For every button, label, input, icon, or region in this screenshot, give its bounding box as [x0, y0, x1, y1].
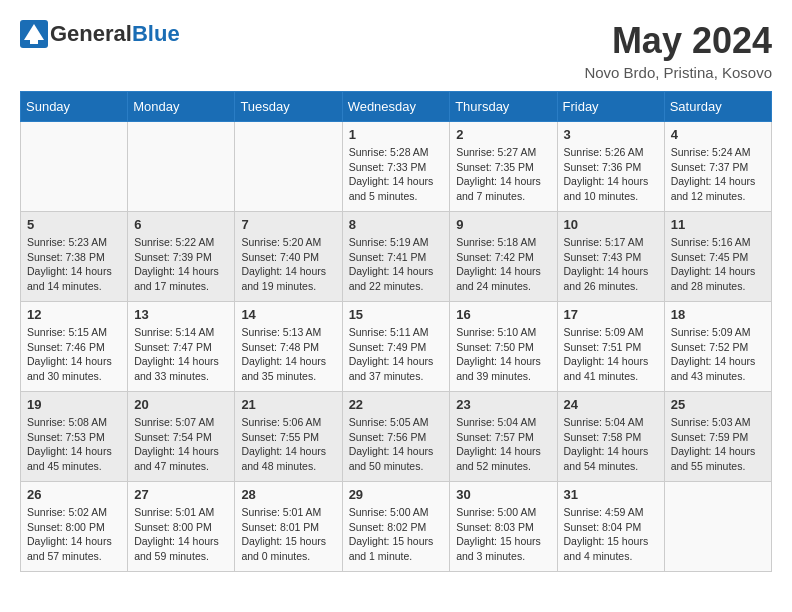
- calendar-cell: [128, 122, 235, 212]
- day-number: 24: [564, 397, 658, 412]
- day-number: 15: [349, 307, 444, 322]
- day-info: Sunrise: 5:15 AM Sunset: 7:46 PM Dayligh…: [27, 325, 121, 384]
- calendar-cell: 22Sunrise: 5:05 AM Sunset: 7:56 PM Dayli…: [342, 392, 450, 482]
- calendar-cell: 21Sunrise: 5:06 AM Sunset: 7:55 PM Dayli…: [235, 392, 342, 482]
- day-number: 2: [456, 127, 550, 142]
- day-of-week-wednesday: Wednesday: [342, 92, 450, 122]
- day-info: Sunrise: 5:02 AM Sunset: 8:00 PM Dayligh…: [27, 505, 121, 564]
- calendar-body: 1Sunrise: 5:28 AM Sunset: 7:33 PM Daylig…: [21, 122, 772, 572]
- day-number: 28: [241, 487, 335, 502]
- day-info: Sunrise: 5:23 AM Sunset: 7:38 PM Dayligh…: [27, 235, 121, 294]
- day-info: Sunrise: 5:00 AM Sunset: 8:03 PM Dayligh…: [456, 505, 550, 564]
- day-number: 29: [349, 487, 444, 502]
- calendar-week-3: 12Sunrise: 5:15 AM Sunset: 7:46 PM Dayli…: [21, 302, 772, 392]
- day-number: 22: [349, 397, 444, 412]
- day-number: 21: [241, 397, 335, 412]
- calendar-cell: 18Sunrise: 5:09 AM Sunset: 7:52 PM Dayli…: [664, 302, 771, 392]
- calendar-cell: 31Sunrise: 4:59 AM Sunset: 8:04 PM Dayli…: [557, 482, 664, 572]
- day-info: Sunrise: 5:20 AM Sunset: 7:40 PM Dayligh…: [241, 235, 335, 294]
- day-info: Sunrise: 5:27 AM Sunset: 7:35 PM Dayligh…: [456, 145, 550, 204]
- day-number: 27: [134, 487, 228, 502]
- day-number: 3: [564, 127, 658, 142]
- day-of-week-monday: Monday: [128, 92, 235, 122]
- day-number: 6: [134, 217, 228, 232]
- logo-icon: [20, 20, 48, 48]
- day-number: 5: [27, 217, 121, 232]
- calendar-cell: 16Sunrise: 5:10 AM Sunset: 7:50 PM Dayli…: [450, 302, 557, 392]
- day-number: 11: [671, 217, 765, 232]
- title-block: May 2024 Novo Brdo, Pristina, Kosovo: [584, 20, 772, 81]
- day-info: Sunrise: 5:28 AM Sunset: 7:33 PM Dayligh…: [349, 145, 444, 204]
- day-number: 14: [241, 307, 335, 322]
- day-of-week-saturday: Saturday: [664, 92, 771, 122]
- day-number: 10: [564, 217, 658, 232]
- svg-rect-2: [30, 38, 38, 44]
- days-of-week-row: SundayMondayTuesdayWednesdayThursdayFrid…: [21, 92, 772, 122]
- day-info: Sunrise: 5:01 AM Sunset: 8:00 PM Dayligh…: [134, 505, 228, 564]
- month-title: May 2024: [584, 20, 772, 62]
- day-number: 25: [671, 397, 765, 412]
- calendar-header: SundayMondayTuesdayWednesdayThursdayFrid…: [21, 92, 772, 122]
- calendar-cell: 11Sunrise: 5:16 AM Sunset: 7:45 PM Dayli…: [664, 212, 771, 302]
- calendar-week-4: 19Sunrise: 5:08 AM Sunset: 7:53 PM Dayli…: [21, 392, 772, 482]
- day-number: 9: [456, 217, 550, 232]
- day-number: 17: [564, 307, 658, 322]
- day-number: 18: [671, 307, 765, 322]
- day-info: Sunrise: 5:04 AM Sunset: 7:57 PM Dayligh…: [456, 415, 550, 474]
- calendar-cell: 6Sunrise: 5:22 AM Sunset: 7:39 PM Daylig…: [128, 212, 235, 302]
- day-info: Sunrise: 5:18 AM Sunset: 7:42 PM Dayligh…: [456, 235, 550, 294]
- day-info: Sunrise: 5:17 AM Sunset: 7:43 PM Dayligh…: [564, 235, 658, 294]
- day-number: 31: [564, 487, 658, 502]
- calendar-cell: 25Sunrise: 5:03 AM Sunset: 7:59 PM Dayli…: [664, 392, 771, 482]
- day-info: Sunrise: 5:07 AM Sunset: 7:54 PM Dayligh…: [134, 415, 228, 474]
- calendar-cell: 5Sunrise: 5:23 AM Sunset: 7:38 PM Daylig…: [21, 212, 128, 302]
- day-info: Sunrise: 5:22 AM Sunset: 7:39 PM Dayligh…: [134, 235, 228, 294]
- day-number: 19: [27, 397, 121, 412]
- day-number: 1: [349, 127, 444, 142]
- day-number: 30: [456, 487, 550, 502]
- day-number: 23: [456, 397, 550, 412]
- calendar-cell: 7Sunrise: 5:20 AM Sunset: 7:40 PM Daylig…: [235, 212, 342, 302]
- day-of-week-tuesday: Tuesday: [235, 92, 342, 122]
- calendar-cell: 13Sunrise: 5:14 AM Sunset: 7:47 PM Dayli…: [128, 302, 235, 392]
- day-number: 8: [349, 217, 444, 232]
- day-info: Sunrise: 5:13 AM Sunset: 7:48 PM Dayligh…: [241, 325, 335, 384]
- calendar-cell: 9Sunrise: 5:18 AM Sunset: 7:42 PM Daylig…: [450, 212, 557, 302]
- logo: GeneralBlue: [20, 20, 180, 48]
- day-info: Sunrise: 4:59 AM Sunset: 8:04 PM Dayligh…: [564, 505, 658, 564]
- day-info: Sunrise: 5:09 AM Sunset: 7:52 PM Dayligh…: [671, 325, 765, 384]
- calendar-cell: 29Sunrise: 5:00 AM Sunset: 8:02 PM Dayli…: [342, 482, 450, 572]
- day-of-week-thursday: Thursday: [450, 92, 557, 122]
- calendar-cell: 28Sunrise: 5:01 AM Sunset: 8:01 PM Dayli…: [235, 482, 342, 572]
- day-info: Sunrise: 5:14 AM Sunset: 7:47 PM Dayligh…: [134, 325, 228, 384]
- calendar-cell: 12Sunrise: 5:15 AM Sunset: 7:46 PM Dayli…: [21, 302, 128, 392]
- calendar-cell: 10Sunrise: 5:17 AM Sunset: 7:43 PM Dayli…: [557, 212, 664, 302]
- calendar-cell: 19Sunrise: 5:08 AM Sunset: 7:53 PM Dayli…: [21, 392, 128, 482]
- calendar-cell: 20Sunrise: 5:07 AM Sunset: 7:54 PM Dayli…: [128, 392, 235, 482]
- calendar-cell: 2Sunrise: 5:27 AM Sunset: 7:35 PM Daylig…: [450, 122, 557, 212]
- page-header: GeneralBlue May 2024 Novo Brdo, Pristina…: [20, 20, 772, 81]
- day-of-week-friday: Friday: [557, 92, 664, 122]
- location: Novo Brdo, Pristina, Kosovo: [584, 64, 772, 81]
- day-info: Sunrise: 5:09 AM Sunset: 7:51 PM Dayligh…: [564, 325, 658, 384]
- logo-text: GeneralBlue: [50, 23, 180, 45]
- calendar-cell: 4Sunrise: 5:24 AM Sunset: 7:37 PM Daylig…: [664, 122, 771, 212]
- day-info: Sunrise: 5:08 AM Sunset: 7:53 PM Dayligh…: [27, 415, 121, 474]
- day-info: Sunrise: 5:11 AM Sunset: 7:49 PM Dayligh…: [349, 325, 444, 384]
- calendar-cell: [235, 122, 342, 212]
- calendar: SundayMondayTuesdayWednesdayThursdayFrid…: [20, 91, 772, 572]
- day-info: Sunrise: 5:24 AM Sunset: 7:37 PM Dayligh…: [671, 145, 765, 204]
- calendar-cell: [21, 122, 128, 212]
- day-info: Sunrise: 5:05 AM Sunset: 7:56 PM Dayligh…: [349, 415, 444, 474]
- day-info: Sunrise: 5:00 AM Sunset: 8:02 PM Dayligh…: [349, 505, 444, 564]
- day-info: Sunrise: 5:06 AM Sunset: 7:55 PM Dayligh…: [241, 415, 335, 474]
- day-info: Sunrise: 5:04 AM Sunset: 7:58 PM Dayligh…: [564, 415, 658, 474]
- calendar-cell: 1Sunrise: 5:28 AM Sunset: 7:33 PM Daylig…: [342, 122, 450, 212]
- calendar-week-2: 5Sunrise: 5:23 AM Sunset: 7:38 PM Daylig…: [21, 212, 772, 302]
- day-info: Sunrise: 5:10 AM Sunset: 7:50 PM Dayligh…: [456, 325, 550, 384]
- calendar-cell: 27Sunrise: 5:01 AM Sunset: 8:00 PM Dayli…: [128, 482, 235, 572]
- calendar-cell: 24Sunrise: 5:04 AM Sunset: 7:58 PM Dayli…: [557, 392, 664, 482]
- calendar-cell: 3Sunrise: 5:26 AM Sunset: 7:36 PM Daylig…: [557, 122, 664, 212]
- day-info: Sunrise: 5:16 AM Sunset: 7:45 PM Dayligh…: [671, 235, 765, 294]
- day-info: Sunrise: 5:03 AM Sunset: 7:59 PM Dayligh…: [671, 415, 765, 474]
